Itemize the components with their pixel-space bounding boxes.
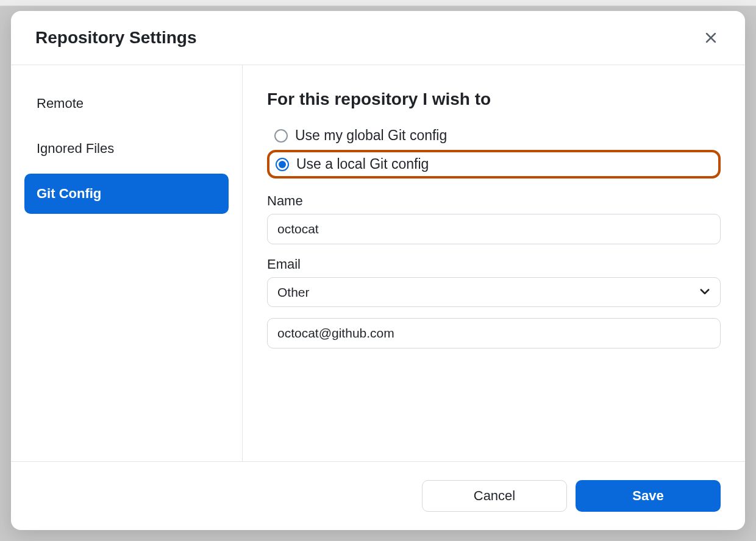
name-input[interactable] bbox=[267, 214, 721, 244]
sidebar: Remote Ignored Files Git Config bbox=[11, 65, 243, 461]
content-panel: For this repository I wish to Use my glo… bbox=[243, 65, 745, 461]
close-button[interactable] bbox=[701, 28, 721, 48]
sidebar-item-label: Git Config bbox=[37, 186, 101, 201]
cancel-button[interactable]: Cancel bbox=[422, 480, 567, 512]
radio-global-config[interactable]: Use my global Git config bbox=[269, 124, 721, 147]
save-button[interactable]: Save bbox=[576, 480, 721, 512]
email-input[interactable] bbox=[267, 318, 721, 348]
email-select[interactable]: Other bbox=[267, 277, 721, 307]
radio-label: Use a local Git config bbox=[296, 156, 429, 172]
email-label: Email bbox=[267, 256, 721, 272]
sidebar-item-git-config[interactable]: Git Config bbox=[24, 174, 229, 214]
content-heading: For this repository I wish to bbox=[267, 90, 721, 109]
close-icon bbox=[704, 31, 718, 44]
radio-icon bbox=[274, 129, 288, 143]
repository-settings-modal: Repository Settings Remote Ignored Files… bbox=[11, 11, 745, 530]
sidebar-item-label: Remote bbox=[37, 96, 84, 111]
modal-header: Repository Settings bbox=[11, 11, 745, 65]
email-field: Email Other bbox=[267, 256, 721, 348]
email-select-wrapper: Other bbox=[267, 277, 721, 307]
modal-title: Repository Settings bbox=[35, 28, 196, 48]
modal-body: Remote Ignored Files Git Config For this… bbox=[11, 65, 745, 461]
bg-decoration bbox=[165, 0, 756, 6]
name-label: Name bbox=[267, 193, 721, 209]
radio-dot-icon bbox=[279, 161, 286, 168]
sidebar-item-ignored-files[interactable]: Ignored Files bbox=[24, 129, 229, 169]
radio-label: Use my global Git config bbox=[295, 127, 447, 144]
sidebar-item-label: Ignored Files bbox=[37, 141, 114, 156]
git-config-radio-group: Use my global Git config Use a local Git… bbox=[267, 124, 721, 179]
radio-local-config[interactable]: Use a local Git config bbox=[267, 150, 721, 179]
sidebar-item-remote[interactable]: Remote bbox=[24, 83, 229, 124]
name-field: Name bbox=[267, 193, 721, 244]
radio-icon bbox=[276, 158, 289, 171]
bg-decoration bbox=[0, 0, 165, 6]
modal-footer: Cancel Save bbox=[11, 461, 745, 530]
